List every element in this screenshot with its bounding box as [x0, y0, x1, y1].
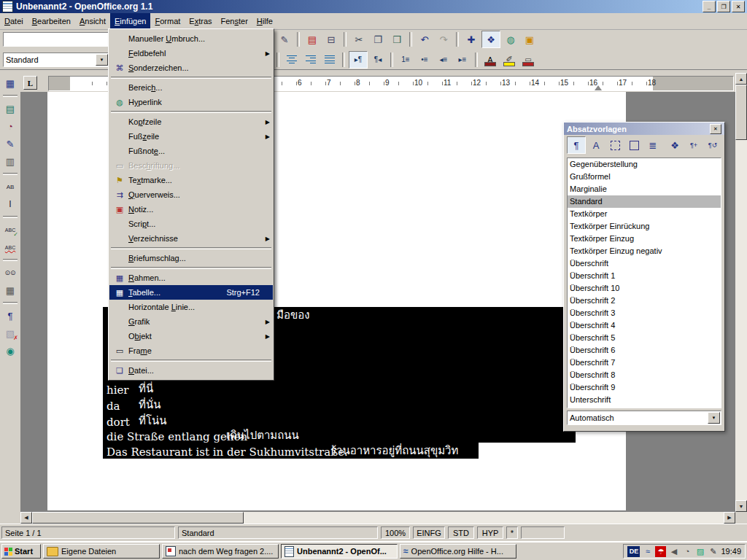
paste-icon[interactable]: ❒ — [388, 31, 406, 47]
menu-item[interactable]: Grafik▶ — [109, 314, 273, 329]
align-right-icon[interactable] — [302, 52, 320, 68]
stylist-title-bar[interactable]: Absatzvorlagen ✕ — [564, 122, 724, 135]
pen-tablet-icon[interactable]: ✎ — [708, 546, 719, 557]
cut-icon[interactable]: ✂ — [350, 31, 368, 47]
style-list-item[interactable]: Überschrift 6 — [568, 344, 721, 357]
keyboard-layout-indicator[interactable]: DE — [627, 546, 640, 557]
status-page-style[interactable]: Standard — [178, 526, 378, 539]
style-list-item[interactable]: Überschrift 5 — [568, 332, 721, 344]
menu-item[interactable]: Verzeichnisse▶ — [109, 231, 273, 246]
vertical-scroll-thumb[interactable] — [735, 85, 747, 140]
minimize-button[interactable]: _ — [703, 1, 716, 12]
safely-remove-icon[interactable]: ▨ — [694, 546, 705, 557]
insert-object-icon[interactable]: ◔ — [1, 118, 19, 134]
style-list-item[interactable]: Textkörper Einzug — [568, 233, 721, 245]
menubar-item-fenster[interactable]: Fenster — [217, 13, 252, 29]
style-group-combo[interactable]: Automatisch ▼ — [567, 411, 721, 425]
menu-item[interactable]: Bereich... — [109, 80, 273, 95]
scroll-up-icon[interactable]: ▲ — [735, 73, 747, 85]
close-button[interactable]: ✕ — [732, 1, 745, 12]
horizontal-scroll-thumb[interactable] — [32, 512, 244, 524]
menu-item[interactable]: ▣Notiz... — [109, 202, 273, 217]
style-list-item[interactable]: Überschrift 8 — [568, 369, 721, 381]
stylist-icon[interactable]: ❖ — [481, 31, 500, 48]
numbered-list-icon[interactable]: 1≡ — [397, 52, 414, 68]
style-list-item[interactable]: Überschrift 3 — [568, 307, 721, 319]
taskbar-task[interactable]: ≈OpenOffice.org Hilfe - H... — [400, 544, 516, 559]
insert-table-icon[interactable]: ▦ — [1, 75, 19, 91]
status-page-indicator[interactable]: Seite 1 / 1 — [1, 526, 175, 539]
update-style-icon[interactable]: ¶↺ — [704, 137, 721, 153]
align-center-icon[interactable] — [283, 52, 301, 68]
style-list-item[interactable]: Textkörper — [568, 208, 721, 220]
gallery-icon[interactable]: ▣ — [521, 31, 538, 47]
start-button[interactable]: Start — [1, 544, 41, 559]
style-list-item[interactable]: Überschrift 4 — [568, 319, 721, 332]
menu-item[interactable]: ◍Hyperlink — [109, 95, 273, 109]
status-modified-flag[interactable]: * — [506, 526, 518, 539]
menu-item[interactable]: ▭Frame — [109, 343, 273, 358]
autotext-icon[interactable]: AB — [1, 179, 19, 195]
style-list-item[interactable]: Unterschrift — [568, 394, 721, 406]
page-styles-icon[interactable] — [625, 137, 643, 153]
navigator-icon[interactable]: ✚ — [462, 31, 480, 47]
increase-indent-icon[interactable]: ▸≡ — [454, 52, 471, 68]
redo-icon[interactable]: ↷ — [435, 31, 452, 47]
paragraph-style-combo[interactable]: Standard ▼ — [3, 52, 109, 67]
find-icon[interactable]: ⊙⊙ — [1, 265, 19, 281]
menu-item[interactable]: ❏Datei... — [109, 363, 273, 378]
new-style-icon[interactable]: ¶+ — [685, 137, 703, 153]
menu-item[interactable]: ⇉Querverweis... — [109, 187, 273, 202]
decrease-indent-icon[interactable]: ◂≡ — [435, 52, 452, 68]
menu-item[interactable]: Fußnote... — [109, 144, 273, 158]
paragraph-background-icon[interactable]: ▭ — [519, 52, 537, 68]
font-color-icon[interactable]: A — [481, 52, 499, 68]
style-list-item[interactable]: Überschrift 1 — [568, 270, 721, 282]
show-draw-functions-icon[interactable]: ✎ — [1, 136, 19, 152]
tab-type-selector[interactable]: L — [23, 76, 37, 90]
style-list-item[interactable]: Marginalie — [568, 183, 721, 195]
right-indent-marker[interactable] — [595, 85, 602, 90]
style-list-item[interactable]: Überschrift — [568, 257, 721, 270]
dial-icon[interactable]: ◔ — [681, 546, 692, 557]
insert-fields-icon[interactable]: ▤ — [1, 101, 19, 117]
nonprinting-characters-icon[interactable]: ¶ — [1, 308, 19, 324]
style-list-item[interactable]: Textkörper Einrückung — [568, 220, 721, 233]
menu-item[interactable]: ▦Rahmen... — [109, 271, 273, 285]
vertical-scrollbar[interactable]: ▲ ▼ — [735, 73, 747, 512]
edit-file-icon[interactable]: ✎ — [276, 31, 293, 47]
status-selection-mode[interactable]: STD — [448, 526, 474, 539]
menu-item[interactable]: ⌘Sonderzeichen... — [109, 61, 273, 75]
status-insert-mode[interactable]: EINFG — [413, 526, 445, 539]
scroll-down-icon[interactable]: ▼ — [735, 500, 747, 512]
menu-item[interactable]: ⚑Textmarke... — [109, 173, 273, 187]
export-pdf-icon[interactable]: ▤ — [303, 31, 321, 47]
menubar-item-bearbeiten[interactable]: Bearbeiten — [28, 13, 75, 29]
menubar-item-hilfe[interactable]: Hilfe — [252, 13, 277, 29]
taskbar-task[interactable]: nach dem Weg fragen 2.... — [162, 544, 279, 559]
paragraph-styles-icon[interactable]: ¶ — [567, 136, 586, 154]
auto-spellcheck-icon[interactable]: ABC — [1, 239, 19, 255]
ltr-paragraph-icon[interactable]: ▸¶ — [349, 51, 368, 69]
copy-icon[interactable]: ❐ — [369, 31, 387, 47]
menubar-item-einfügen[interactable]: Einfügen — [110, 13, 150, 29]
undo-icon[interactable]: ↶ — [416, 31, 433, 47]
menubar-item-datei[interactable]: Datei — [0, 13, 28, 29]
taskbar-task[interactable]: Eigene Dateien — [43, 544, 160, 559]
graphics-onoff-icon[interactable]: ▧✗ — [1, 325, 19, 341]
bullet-list-icon[interactable]: •≡ — [416, 52, 433, 68]
volume-icon[interactable]: ◀ — [668, 546, 679, 557]
menu-item[interactable]: ▦Tabelle...Strg+F12 — [109, 285, 273, 300]
status-zoom-level[interactable]: 100% — [381, 526, 410, 539]
title-bar[interactable]: Unbenannt2 - OpenOffice.org 1.1 _ ❐ ✕ — [0, 0, 747, 13]
style-list-item[interactable]: Überschrift 9 — [568, 381, 721, 394]
menu-item[interactable]: Horizontale Linie... — [109, 300, 273, 314]
maximize-button[interactable]: ❐ — [717, 1, 730, 12]
style-list-item[interactable]: Textkörper Einzug negativ — [568, 245, 721, 257]
horizontal-scrollbar[interactable]: ◀ ▶ — [20, 512, 735, 524]
status-empty[interactable] — [521, 526, 565, 539]
style-list-item[interactable]: Grußformel — [568, 171, 721, 183]
print-icon[interactable]: ⊟ — [322, 31, 340, 47]
quickstarter-icon[interactable]: ≈ — [642, 546, 653, 557]
data-sources-icon[interactable]: ▦ — [1, 282, 19, 298]
